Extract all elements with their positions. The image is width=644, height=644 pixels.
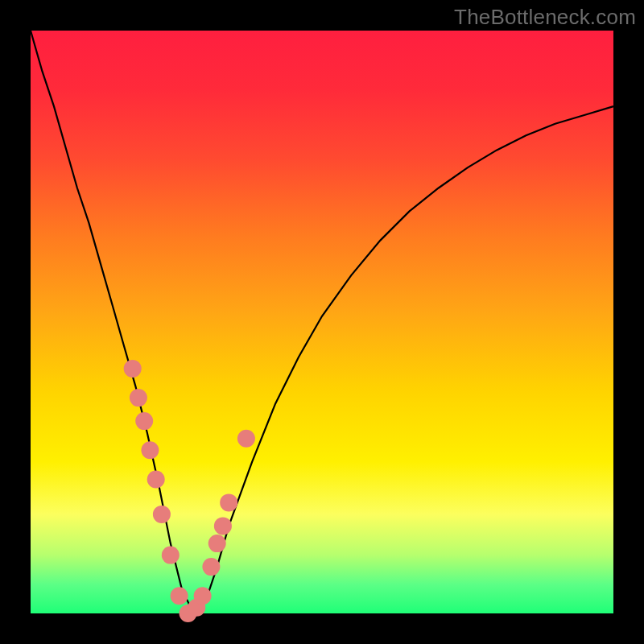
curve-marker <box>162 547 180 564</box>
curve-marker <box>124 360 142 378</box>
curve-marker <box>147 471 165 489</box>
curve-marker <box>220 493 237 511</box>
bottleneck-curve <box>31 31 613 613</box>
curve-marker <box>202 558 220 576</box>
curve-marker <box>153 506 171 523</box>
curve-marker <box>214 517 232 535</box>
marker-group <box>124 360 255 622</box>
curve-marker <box>135 412 153 430</box>
curve-marker <box>237 430 255 448</box>
curve-layer <box>31 31 613 613</box>
curve-marker <box>130 389 147 407</box>
curve-marker <box>194 587 212 605</box>
curve-marker <box>141 441 159 459</box>
curve-marker <box>208 535 226 552</box>
plot-area <box>31 31 613 613</box>
chart-frame: TheBottleneck.com <box>0 0 644 644</box>
curve-marker <box>171 587 188 605</box>
watermark-text: TheBottleneck.com <box>454 5 636 30</box>
